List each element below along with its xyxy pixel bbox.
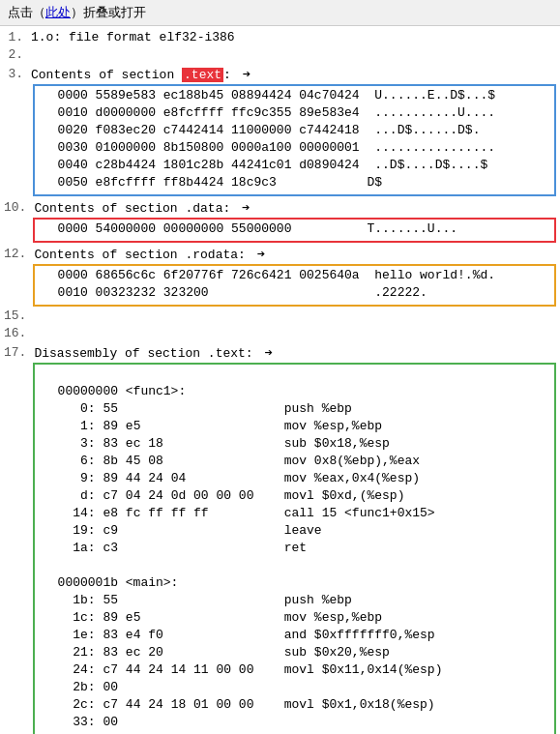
line-num-12: 12. xyxy=(4,247,34,261)
line-11: 0000 54000000 00000000 55000000 T.......… xyxy=(39,221,550,239)
line-content-26: 14: e8 fc ff ff ff call 15 <func1+0x15> xyxy=(43,506,546,520)
line-14: 0010 00323232 323200 .22222. xyxy=(39,285,550,303)
header-suffix: ）折叠或打开 xyxy=(71,6,146,20)
line-content-25: d: c7 04 24 0d 00 00 00 movl $0xd,(%esp) xyxy=(43,488,546,503)
header-link[interactable]: 此处 xyxy=(45,6,71,20)
line-content-7: 0030 01000000 8b150800 0000a100 00000001… xyxy=(43,140,546,155)
line-16: 16. xyxy=(0,326,560,343)
line-content-30: 0000001b <main>: xyxy=(43,575,546,590)
line-36: 2b: 00 xyxy=(39,680,550,697)
line-content-22: 3: 83 ec 18 sub $0x18,%esp xyxy=(43,436,546,451)
line-content-21: 1: 89 e5 mov %esp,%ebp xyxy=(43,419,546,433)
section-text-label: .text xyxy=(182,68,223,82)
arrow-rodata: ➔ xyxy=(257,246,265,262)
arrow-text: ➔ xyxy=(243,66,251,82)
line-30: 0000001b <main>: xyxy=(39,575,550,593)
line-24: 9: 89 44 24 04 mov %eax,0x4(%esp) xyxy=(39,471,550,488)
section-data-box: 0000 54000000 00000000 55000000 T.......… xyxy=(33,218,556,243)
line-26: 14: e8 fc ff ff ff call 15 <func1+0x15> xyxy=(39,506,550,523)
line-7: 0030 01000000 8b150800 0000a100 00000001… xyxy=(39,140,550,158)
line-13: 0000 68656c6c 6f20776f 726c6421 0025640a… xyxy=(39,268,550,285)
line-22: 3: 83 ec 18 sub $0x18,%esp xyxy=(39,436,550,454)
line-content-27: 19: c9 leave xyxy=(43,523,546,538)
line-38: 33: 00 xyxy=(39,715,550,732)
line-29 xyxy=(39,558,550,575)
line-content-8: 0040 c28b4424 1801c28b 44241c01 d0890424… xyxy=(43,158,546,172)
line-content-28: 1a: c3 ret xyxy=(43,541,546,555)
line-content-4: 0000 5589e583 ec188b45 08894424 04c70424… xyxy=(43,88,546,103)
line-28: 1a: c3 ret xyxy=(39,541,550,558)
header-prefix: 点击（ xyxy=(8,6,45,20)
line-content-9: 0050 e8fcffff ff8b4424 18c9c3 D$ xyxy=(43,175,546,190)
line-23: 6: 8b 45 08 mov 0x8(%ebp),%eax xyxy=(39,454,550,471)
line-num-16: 16. xyxy=(4,326,34,340)
line-content-19: 00000000 <func1>: xyxy=(43,384,546,398)
section-disasm-box: 00000000 <func1>: 0: 55 push %ebp 1: 89 … xyxy=(33,363,556,734)
line-content-11: 0000 54000000 00000000 55000000 T.......… xyxy=(43,221,546,236)
line-content-6: 0020 f083ec20 c7442414 11000000 c7442418… xyxy=(43,123,546,137)
line-31: 1b: 55 push %ebp xyxy=(39,593,550,610)
line-4: 0000 5589e583 ec188b45 08894424 04c70424… xyxy=(39,88,550,105)
line-content-35: 24: c7 44 24 14 11 00 00 movl $0x11,0x14… xyxy=(43,662,546,677)
line-num-2: 2. xyxy=(4,47,31,62)
line-content-13: 0000 68656c6c 6f20776f 726c6421 0025640a… xyxy=(43,268,546,282)
line-6: 0020 f083ec20 c7442414 11000000 c7442418… xyxy=(39,123,550,140)
line-num-1: 1. xyxy=(4,30,31,44)
arrow-data: ➔ xyxy=(242,199,250,216)
line-21: 1: 89 e5 mov %esp,%ebp xyxy=(39,419,550,436)
line-content-34: 21: 83 ec 20 sub $0x20,%esp xyxy=(43,645,546,660)
line-content-33: 1e: 83 e4 f0 and $0xfffffff0,%esp xyxy=(43,628,546,642)
line-content-23: 6: 8b 45 08 mov 0x8(%ebp),%eax xyxy=(43,454,546,468)
line-content-10: Contents of section .data: ➔ xyxy=(34,199,556,216)
line-32: 1c: 89 e5 mov %esp,%ebp xyxy=(39,610,550,628)
line-18 xyxy=(39,367,550,384)
line-37: 2c: c7 44 24 18 01 00 00 movl $0x1,0x18(… xyxy=(39,697,550,715)
line-19: 00000000 <func1>: xyxy=(39,384,550,401)
line-content-20: 0: 55 push %ebp xyxy=(43,401,546,416)
line-content-31: 1b: 55 push %ebp xyxy=(43,593,546,607)
line-content-37: 2c: c7 44 24 18 01 00 00 movl $0x1,0x18(… xyxy=(43,697,546,712)
arrow-disasm: ➔ xyxy=(264,344,272,361)
line-15: 15. xyxy=(0,308,560,326)
line-27: 19: c9 leave xyxy=(39,523,550,541)
line-5: 0010 d0000000 e8fcffff ffc9c355 89e583e4… xyxy=(39,105,550,123)
line-content-36: 2b: 00 xyxy=(43,680,546,694)
line-17: 17. Disassembly of section .text: ➔ xyxy=(0,343,560,361)
line-content-14: 0010 00323232 323200 .22222. xyxy=(43,285,546,300)
section-rodata-box: 0000 68656c6c 6f20776f 726c6421 0025640a… xyxy=(33,264,556,307)
line-3: 3. Contents of section .text: ➔ xyxy=(0,65,560,82)
line-1: 1. 1.o: file format elf32-i386 xyxy=(0,30,560,47)
line-25: d: c7 04 24 0d 00 00 00 movl $0xd,(%esp) xyxy=(39,488,550,506)
line-12: 12. Contents of section .rodata: ➔ xyxy=(0,245,560,262)
line-content-32: 1c: 89 e5 mov %esp,%ebp xyxy=(43,610,546,625)
line-8: 0040 c28b4424 1801c28b 44241c01 d0890424… xyxy=(39,158,550,175)
line-content-1: 1.o: file format elf32-i386 xyxy=(31,30,556,44)
header-bar: 点击（此处）折叠或打开 xyxy=(0,0,560,26)
line-9: 0050 e8fcffff ff8b4424 18c9c3 D$ xyxy=(39,175,550,192)
line-content-12: Contents of section .rodata: ➔ xyxy=(34,246,556,262)
line-content-3: Contents of section .text: ➔ xyxy=(31,66,556,82)
line-2: 2. xyxy=(0,47,560,65)
line-33: 1e: 83 e4 f0 and $0xfffffff0,%esp xyxy=(39,628,550,645)
line-20: 0: 55 push %ebp xyxy=(39,401,550,419)
line-34: 21: 83 ec 20 sub $0x20,%esp xyxy=(39,645,550,662)
line-content-5: 0010 d0000000 e8fcffff ffc9c355 89e583e4… xyxy=(43,105,546,120)
line-num-15: 15. xyxy=(4,308,34,323)
line-num-10: 10. xyxy=(4,200,34,215)
line-content-38: 33: 00 xyxy=(43,715,546,729)
content-area: 1. 1.o: file format elf32-i386 2. 3. Con… xyxy=(0,26,560,734)
line-content-17: Disassembly of section .text: ➔ xyxy=(34,344,556,361)
line-35: 24: c7 44 24 14 11 00 00 movl $0x11,0x14… xyxy=(39,662,550,680)
section-text-box: 0000 5589e583 ec188b45 08894424 04c70424… xyxy=(33,84,556,196)
line-num-3: 3. xyxy=(4,67,31,81)
line-10: 10. Contents of section .data: ➔ xyxy=(0,198,560,216)
line-num-17: 17. xyxy=(4,345,34,360)
line-content-24: 9: 89 44 24 04 mov %eax,0x4(%esp) xyxy=(43,471,546,485)
